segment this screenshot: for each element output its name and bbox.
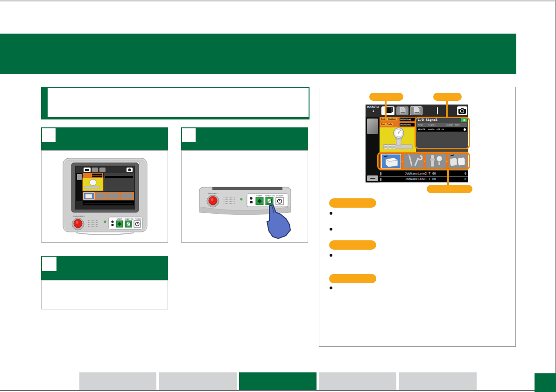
job-count-lane2: 0	[465, 171, 466, 176]
section-heading-1	[329, 198, 376, 208]
ready-on-label-panel: READY ON	[265, 195, 275, 197]
document-icon	[396, 106, 408, 115]
step-3-header	[41, 256, 168, 280]
bullet-icon-4	[330, 287, 332, 289]
camera-icon	[457, 106, 467, 115]
job-row-lane2: JobNameLane2 T 00 0	[380, 171, 468, 177]
step-box-2: EMERGENCY START READY ON POWER	[181, 127, 308, 243]
bullet-icon-2	[330, 228, 332, 231]
screen-sidebar: ◄▬►	[366, 117, 380, 182]
note-box	[41, 87, 310, 119]
footer-tab-2[interactable]	[159, 372, 237, 390]
callout-line-thumbnails	[447, 170, 449, 185]
power-label-front: POWER	[135, 218, 141, 220]
footer-tab-5[interactable]	[399, 372, 477, 390]
capture-button	[457, 106, 467, 115]
footer-divider-line	[0, 390, 556, 391]
top-bar-divider	[437, 107, 438, 114]
step-box-3	[41, 256, 168, 309]
step-box-1: EMERGENCY START READY ON POWER	[41, 127, 168, 243]
manual-page: EMERGENCY START READY ON POWER	[0, 0, 556, 392]
seek-number-label: Seek Number	[380, 118, 397, 120]
step-2-header	[181, 127, 308, 150]
step-2-body: EMERGENCY START READY ON POWER	[181, 150, 308, 243]
start-label-panel: START	[256, 195, 262, 197]
callout-line-io	[446, 100, 448, 118]
bullet-icon	[330, 212, 332, 215]
bullet-icon-3	[330, 254, 332, 257]
job-name-rows: JobNameLane2 T 00 0 JobNameLane1 T 00 0	[380, 171, 468, 182]
step-1-header	[41, 127, 168, 150]
footer-tab-4[interactable]	[319, 372, 396, 390]
panel-switch-button: ◄▬►	[367, 175, 378, 181]
module-number: 1	[372, 109, 374, 113]
callout-pill-thumbnails	[427, 185, 472, 193]
note-left-bar	[42, 88, 48, 117]
callout-pill-seek-number	[369, 93, 403, 101]
sub-code-value: 00000000	[400, 123, 415, 126]
step-1-body: EMERGENCY START READY ON POWER	[41, 150, 168, 243]
section-heading-3	[329, 274, 376, 283]
footer-corner-marker	[535, 373, 556, 392]
gauge-illustration	[380, 127, 416, 152]
footer-tab-3-active[interactable]	[239, 372, 317, 390]
emergency-label-panel: EMERGENCY	[208, 193, 219, 195]
footer-tab-1[interactable]	[79, 372, 156, 390]
hands-thumbnail	[367, 119, 378, 134]
ready-on-label-front: READY ON	[125, 218, 134, 220]
job-row-lane1: JobNameLane1 T 00 0	[380, 177, 468, 182]
step-1-number-box	[42, 128, 56, 142]
section-heading-2	[329, 240, 376, 250]
thumbnails-callout-frame	[377, 152, 470, 170]
step-2-number-box	[182, 128, 196, 142]
step-3-number-box	[42, 257, 56, 271]
page-top-border	[0, 0, 556, 1]
job-count-lane1: 0	[465, 177, 466, 182]
controller-panel-illustration: EMERGENCY START READY ON POWER	[198, 183, 296, 242]
module-indicator: Module 1	[366, 105, 381, 113]
start-label-front: START	[117, 218, 122, 220]
job-screen-button	[396, 106, 408, 115]
document-icon-2	[410, 107, 422, 115]
callout-line-seek	[385, 100, 387, 120]
screen-top-bar: Module 1	[366, 105, 468, 117]
step-3-body	[41, 280, 168, 309]
reference-panel: Module 1	[319, 87, 516, 347]
io-signal-callout-frame	[415, 117, 470, 149]
run-screen-button	[381, 106, 394, 115]
page-title-band	[0, 34, 516, 74]
camera-image-area	[380, 127, 416, 152]
controller-front-illustration: EMERGENCY START READY ON POWER	[62, 157, 148, 238]
sub-code-label: Sub Code	[380, 123, 393, 126]
job-screen-button-2	[410, 106, 422, 115]
power-label-panel: POWER	[276, 195, 283, 197]
emergency-label-front: EMERGENCY	[73, 215, 85, 217]
module-label: Module	[367, 105, 379, 109]
module-icon	[381, 106, 394, 115]
callout-pill-io-signal	[433, 93, 462, 101]
seek-number-value: 0000!A#$	[400, 118, 415, 121]
